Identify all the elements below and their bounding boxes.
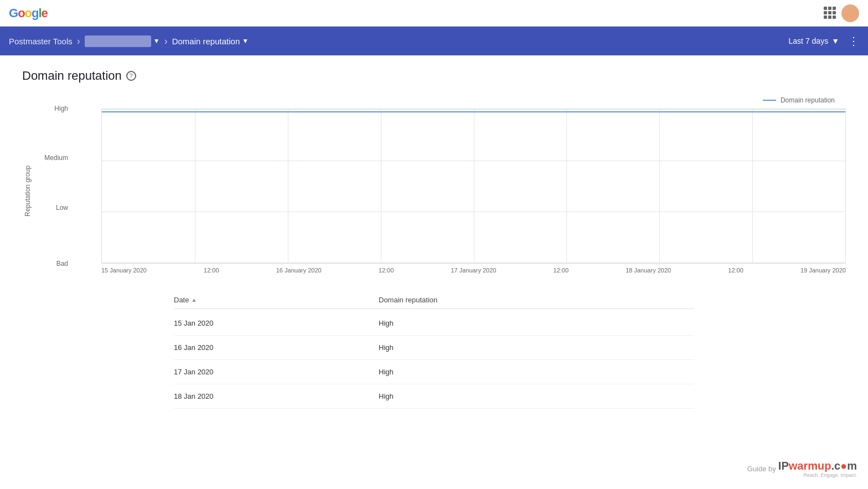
x-label-4: 17 January 2020 bbox=[451, 267, 496, 274]
chart-container: Domain reputation Reputation group High … bbox=[22, 96, 846, 274]
y-axis-label: Reputation group bbox=[22, 109, 33, 274]
date-range-selector[interactable]: Last 7 days ▼ bbox=[789, 37, 839, 45]
sort-icon[interactable]: ▲ bbox=[191, 297, 197, 303]
report-name: Domain reputation bbox=[172, 37, 240, 46]
page-title-row: Domain reputation ? bbox=[22, 69, 846, 83]
x-axis-labels: 15 January 2020 12:00 16 January 2020 12… bbox=[101, 267, 846, 274]
x-label-0: 15 January 2020 bbox=[101, 267, 147, 274]
x-label-1: 12:00 bbox=[204, 267, 219, 274]
chart-grid bbox=[101, 109, 846, 264]
report-dropdown-arrow: ▼ bbox=[242, 37, 249, 45]
x-label-3: 12:00 bbox=[379, 267, 394, 274]
domain-dropdown[interactable]: xxxxxxx.info ▼ bbox=[85, 35, 160, 47]
x-label-2: 16 January 2020 bbox=[276, 267, 322, 274]
chart-area: Reputation group High Medium Low Bad bbox=[22, 109, 846, 274]
user-avatar[interactable] bbox=[841, 4, 859, 22]
table-row: 15 Jan 2020 High bbox=[174, 311, 694, 336]
x-label-7: 12:00 bbox=[728, 267, 743, 274]
row-0-rep: High bbox=[379, 319, 694, 327]
more-options-icon[interactable]: ⋮ bbox=[848, 34, 859, 48]
x-label-5: 12:00 bbox=[554, 267, 569, 274]
table-row: 18 Jan 2020 High bbox=[174, 384, 694, 409]
table-header: Date ▲ Domain reputation bbox=[174, 296, 694, 309]
nav-separator-2: › bbox=[164, 35, 168, 47]
top-bar-right bbox=[824, 4, 859, 22]
domain-dropdown-arrow: ▼ bbox=[153, 37, 160, 45]
main-content: Domain reputation ? Domain reputation Re… bbox=[0, 55, 868, 422]
table-row: 17 Jan 2020 High bbox=[174, 360, 694, 384]
data-table-container: Date ▲ Domain reputation 15 Jan 2020 Hig… bbox=[174, 296, 694, 409]
chart-legend: Domain reputation bbox=[22, 96, 835, 104]
row-2-rep: High bbox=[379, 368, 694, 376]
page-title: Domain reputation bbox=[22, 69, 122, 83]
row-2-date: 17 Jan 2020 bbox=[174, 368, 379, 376]
col-date-header[interactable]: Date ▲ bbox=[174, 296, 379, 304]
top-bar: Google bbox=[0, 0, 868, 27]
nav-bar: Postmaster Tools › xxxxxxx.info ▼ › Doma… bbox=[0, 27, 868, 55]
legend-line bbox=[763, 100, 776, 101]
x-label-6: 18 January 2020 bbox=[626, 267, 671, 274]
row-1-date: 16 Jan 2020 bbox=[174, 343, 379, 352]
date-header-label: Date bbox=[174, 296, 189, 304]
date-range-label: Last 7 days bbox=[789, 37, 829, 45]
y-label-low: Low bbox=[38, 204, 68, 211]
row-1-rep: High bbox=[379, 343, 694, 352]
domain-name: xxxxxxx.info bbox=[85, 35, 151, 47]
postmaster-tools-link[interactable]: Postmaster Tools bbox=[9, 37, 73, 46]
apps-grid-icon[interactable] bbox=[824, 7, 837, 20]
top-bar-left: Google bbox=[9, 6, 48, 20]
report-dropdown[interactable]: Domain reputation ▼ bbox=[172, 37, 249, 46]
col-reputation-header: Domain reputation bbox=[379, 296, 694, 304]
nav-separator-1: › bbox=[77, 35, 80, 47]
row-3-rep: High bbox=[379, 392, 694, 400]
y-label-bad: Bad bbox=[38, 260, 68, 267]
nav-right: Last 7 days ▼ ⋮ bbox=[789, 34, 859, 48]
legend-label: Domain reputation bbox=[781, 96, 835, 104]
y-label-high: High bbox=[38, 105, 68, 112]
y-label-medium: Medium bbox=[38, 155, 68, 161]
x-label-8: 19 January 2020 bbox=[800, 267, 846, 274]
row-3-date: 18 Jan 2020 bbox=[174, 392, 379, 400]
google-logo: Google bbox=[9, 6, 48, 20]
nav-left: Postmaster Tools › xxxxxxx.info ▼ › Doma… bbox=[9, 35, 249, 47]
date-range-arrow: ▼ bbox=[831, 37, 839, 45]
help-icon[interactable]: ? bbox=[126, 71, 136, 81]
data-line bbox=[102, 111, 845, 112]
table-row: 16 Jan 2020 High bbox=[174, 336, 694, 360]
row-0-date: 15 Jan 2020 bbox=[174, 319, 379, 327]
